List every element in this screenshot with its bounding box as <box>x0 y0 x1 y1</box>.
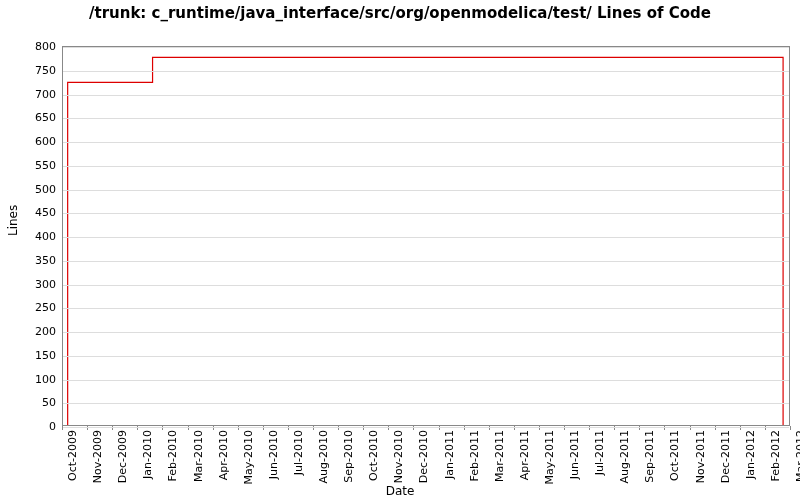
gridline-h <box>63 356 789 357</box>
y-tick-label: 400 <box>16 230 56 243</box>
x-tick-label: Apr-2010 <box>217 430 230 480</box>
gridline-h <box>63 332 789 333</box>
x-tick-label: Jun-2011 <box>568 430 581 479</box>
x-tick-label: Jun-2010 <box>267 430 280 479</box>
x-tick-label: Oct-2011 <box>668 430 681 481</box>
y-tick-label: 550 <box>16 158 56 171</box>
x-tick-label: Feb-2012 <box>769 430 782 481</box>
gridline-h <box>63 427 789 428</box>
y-tick-label: 150 <box>16 348 56 361</box>
gridline-h <box>63 71 789 72</box>
x-tick-label: Jan-2012 <box>744 430 757 479</box>
gridline-h <box>63 95 789 96</box>
x-tick-label: Nov-2011 <box>694 430 707 483</box>
x-tick-label: Sep-2011 <box>643 430 656 483</box>
x-tick-label: Jan-2011 <box>443 430 456 479</box>
gridline-h <box>63 237 789 238</box>
gridline-h <box>63 213 789 214</box>
gridline-h <box>63 403 789 404</box>
y-tick-label: 500 <box>16 182 56 195</box>
gridline-h <box>63 166 789 167</box>
chart-container: /trunk: c_runtime/java_interface/src/org… <box>0 0 800 500</box>
x-tick-label: Apr-2011 <box>518 430 531 480</box>
x-tick-label: Jul-2011 <box>593 430 606 475</box>
x-tick-label: Feb-2010 <box>166 430 179 481</box>
y-tick-label: 450 <box>16 206 56 219</box>
y-tick-label: 0 <box>16 420 56 433</box>
gridline-h <box>63 47 789 48</box>
y-tick-label: 50 <box>16 396 56 409</box>
y-tick-label: 800 <box>16 40 56 53</box>
x-tick-label: Mar-2010 <box>192 430 205 482</box>
x-tick-label: Aug-2011 <box>618 430 631 483</box>
gridline-h <box>63 380 789 381</box>
gridline-h <box>63 285 789 286</box>
y-tick-label: 600 <box>16 135 56 148</box>
x-tick-label: Oct-2009 <box>66 430 79 481</box>
x-tick-label: Feb-2011 <box>468 430 481 481</box>
plot-area <box>62 46 790 426</box>
x-tick-label: Mar-2012 <box>794 430 800 482</box>
gridline-h <box>63 118 789 119</box>
series-line <box>68 57 783 425</box>
gridline-h <box>63 261 789 262</box>
y-tick-label: 750 <box>16 63 56 76</box>
x-tick-label: May-2010 <box>242 430 255 485</box>
y-tick-label: 350 <box>16 253 56 266</box>
x-tick-label: Dec-2009 <box>116 430 129 483</box>
x-tick-label: Mar-2011 <box>493 430 506 482</box>
gridline-h <box>63 308 789 309</box>
gridline-h <box>63 190 789 191</box>
y-tick-label: 700 <box>16 87 56 100</box>
x-tick-label: Sep-2010 <box>342 430 355 483</box>
x-tick-label: Nov-2010 <box>392 430 405 483</box>
x-tick-label: Dec-2011 <box>719 430 732 483</box>
gridline-h <box>63 142 789 143</box>
x-tick-label: May-2011 <box>543 430 556 485</box>
y-tick-label: 250 <box>16 301 56 314</box>
y-tick-label: 200 <box>16 325 56 338</box>
x-tick-label: Jul-2010 <box>292 430 305 475</box>
x-tick-label: Nov-2009 <box>91 430 104 483</box>
x-tick-label: Aug-2010 <box>317 430 330 483</box>
y-tick-label: 100 <box>16 372 56 385</box>
x-tick-label: Jan-2010 <box>141 430 154 479</box>
data-line-layer <box>63 47 789 425</box>
chart-title: /trunk: c_runtime/java_interface/src/org… <box>0 4 800 22</box>
x-tick-label: Dec-2010 <box>417 430 430 483</box>
y-tick-label: 650 <box>16 111 56 124</box>
x-axis-label: Date <box>0 484 800 498</box>
y-tick-label: 300 <box>16 277 56 290</box>
x-tick-label: Oct-2010 <box>367 430 380 481</box>
x-tick-mark <box>790 426 791 430</box>
